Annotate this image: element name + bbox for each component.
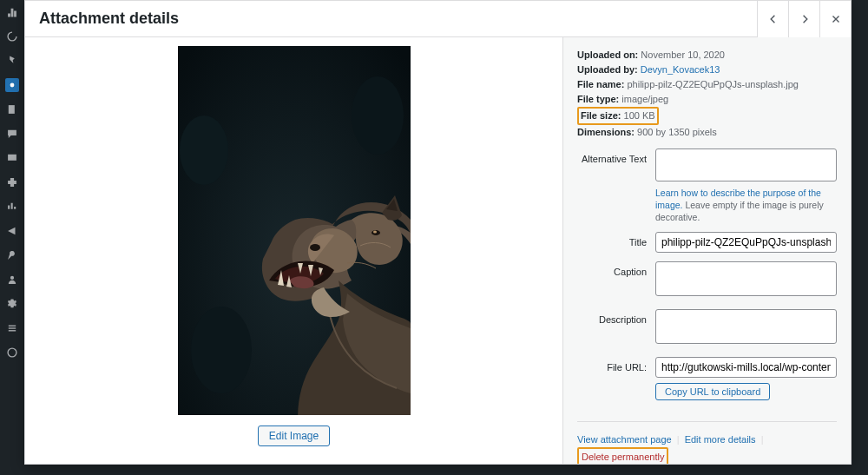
file-size-value: 100 KB (624, 110, 655, 121)
uploaded-on-label: Uploaded on: (577, 49, 638, 60)
attachment-meta: Uploaded on: November 10, 2020 Uploaded … (577, 48, 837, 140)
svg-point-10 (180, 115, 228, 185)
file-name-value: philipp-pilz-QZ2EQuPpQJs-unsplash.jpg (627, 79, 798, 89)
alt-help: Learn how to describe the purpose of the… (655, 188, 837, 223)
dashboard-icon[interactable] (5, 5, 19, 19)
modal-body: Edit Image Uploaded on: November 10, 202… (25, 37, 851, 464)
svg-point-11 (191, 307, 252, 393)
caption-input[interactable] (655, 261, 837, 296)
details-pane: Uploaded on: November 10, 2020 Uploaded … (562, 37, 851, 464)
svg-point-12 (352, 76, 404, 155)
svg-point-14 (373, 231, 377, 234)
description-label: Description (577, 309, 655, 327)
modal-title: Attachment details (39, 10, 179, 28)
svg-rect-5 (9, 327, 16, 328)
copy-url-button[interactable]: Copy URL to clipboard (655, 383, 770, 400)
wp-icon[interactable] (5, 346, 19, 360)
file-type-label: File type: (577, 94, 619, 104)
attachment-settings: Alternative Text Learn how to describe t… (577, 148, 837, 400)
collapse-icon[interactable] (5, 321, 19, 335)
view-attachment-page-link[interactable]: View attachment page (577, 434, 672, 445)
file-size-label: File size: (581, 110, 621, 121)
appearance-icon[interactable] (5, 151, 19, 165)
wolf-image (178, 46, 411, 415)
uploaded-by-label: Uploaded by: (577, 64, 638, 75)
edit-image-button[interactable]: Edit Image (258, 426, 330, 446)
separator: | (677, 434, 680, 445)
prev-button[interactable] (757, 1, 788, 37)
svg-rect-1 (9, 105, 15, 114)
users-icon[interactable] (5, 273, 19, 287)
next-button[interactable] (788, 1, 819, 37)
svg-rect-4 (9, 326, 16, 327)
uploaded-by-link[interactable]: Devyn_Kovacek13 (641, 64, 720, 75)
chevron-left-icon (767, 13, 779, 25)
updates-icon[interactable] (5, 30, 19, 43)
svg-rect-6 (9, 330, 16, 331)
plugins-icon[interactable] (5, 175, 19, 189)
comments-icon[interactable] (5, 127, 19, 141)
file-size-highlight: File size: 100 KB (577, 107, 659, 125)
caption-label: Caption (577, 261, 655, 280)
svg-rect-2 (8, 155, 16, 161)
uploaded-on-value: November 10, 2020 (641, 49, 725, 60)
attachment-details-modal: Attachment details (24, 0, 852, 465)
svg-point-0 (10, 83, 15, 88)
alt-text-label: Alternative Text (577, 148, 655, 167)
chevron-right-icon (799, 13, 811, 25)
analytics-icon[interactable] (5, 200, 19, 214)
title-input[interactable] (655, 232, 837, 253)
attachment-actions: View attachment page | Edit more details… (577, 421, 837, 464)
description-input[interactable] (655, 309, 837, 344)
settings-icon[interactable] (5, 297, 19, 311)
file-url-input[interactable] (655, 357, 837, 378)
wp-admin-menu (0, 0, 24, 475)
alt-text-input[interactable] (655, 148, 837, 181)
pin-icon[interactable] (5, 54, 19, 68)
separator: | (761, 434, 764, 445)
preview-pane: Edit Image (25, 37, 562, 464)
edit-more-details-link[interactable]: Edit more details (685, 434, 756, 445)
close-icon (830, 13, 842, 25)
delete-permanently-link[interactable]: Delete permanently (582, 452, 664, 462)
marketing-icon[interactable] (5, 224, 19, 238)
svg-point-7 (8, 348, 16, 357)
close-button[interactable] (819, 1, 851, 37)
attachment-image[interactable] (178, 46, 411, 415)
delete-highlight: Delete permanently (577, 447, 668, 464)
file-url-label: File URL: (577, 357, 655, 375)
dimensions-value: 900 by 1350 pixels (637, 127, 717, 137)
modal-header: Attachment details (25, 1, 851, 37)
media-icon[interactable] (5, 78, 19, 92)
file-type-value: image/jpeg (621, 94, 668, 104)
header-controls (757, 1, 851, 37)
pages-icon[interactable] (5, 102, 19, 116)
file-name-label: File name: (577, 79, 624, 89)
dimensions-label: Dimensions: (577, 127, 635, 137)
svg-point-15 (310, 244, 320, 251)
svg-point-3 (10, 276, 14, 280)
title-label: Title (577, 232, 655, 250)
tools-icon[interactable] (5, 248, 19, 262)
